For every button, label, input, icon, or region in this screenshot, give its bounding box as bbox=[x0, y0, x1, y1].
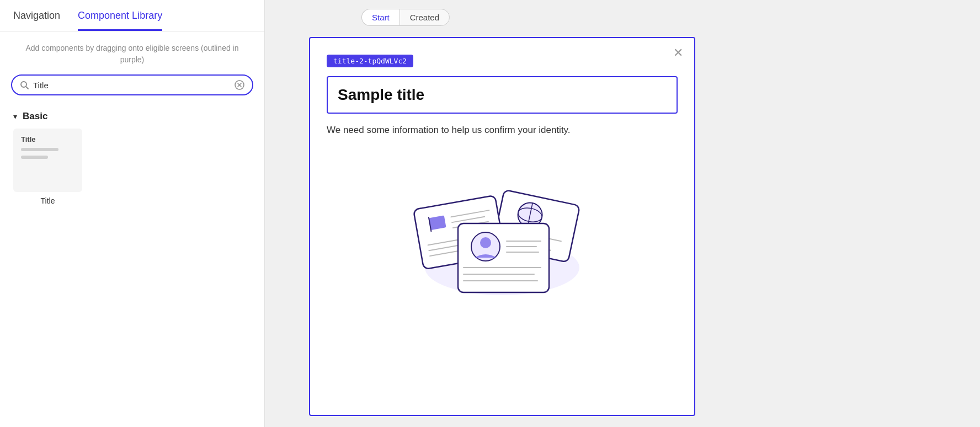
thumb-line-2 bbox=[21, 156, 48, 159]
component-id-text: title-2-tpQdWLVc2 bbox=[327, 55, 413, 67]
svg-line-1 bbox=[26, 87, 28, 89]
section-basic-label: Basic bbox=[23, 111, 47, 122]
panel-hint: Add components by dragging onto eligible… bbox=[0, 31, 264, 74]
close-button[interactable]: ✕ bbox=[673, 47, 683, 59]
svg-point-24 bbox=[480, 237, 491, 248]
thumb-title-text: Title bbox=[21, 135, 74, 143]
illustration-area bbox=[327, 146, 678, 301]
left-panel: Navigation Component Library Add compone… bbox=[0, 0, 265, 427]
title-input[interactable] bbox=[338, 86, 667, 104]
top-tab-created[interactable]: Created bbox=[400, 9, 450, 26]
search-icon bbox=[20, 81, 29, 89]
top-tab-start[interactable]: Start bbox=[361, 9, 400, 26]
component-id-badge: title-2-tpQdWLVc2 bbox=[327, 55, 678, 67]
chevron-down-icon[interactable]: ▾ bbox=[13, 112, 17, 121]
title-input-wrapper bbox=[327, 76, 678, 114]
section-basic-header: ▾ Basic bbox=[0, 106, 264, 129]
screen-frame: ✕ title-2-tpQdWLVc2 We need some informa… bbox=[309, 37, 695, 416]
svg-rect-22 bbox=[458, 223, 549, 292]
tabs-header: Navigation Component Library bbox=[0, 0, 264, 31]
thumb-line-1 bbox=[21, 148, 58, 151]
search-input[interactable] bbox=[33, 81, 230, 90]
search-bar bbox=[11, 74, 253, 95]
tab-component-library[interactable]: Component Library bbox=[78, 0, 162, 31]
canvas-area: ✕ title-2-tpQdWLVc2 We need some informa… bbox=[265, 26, 980, 427]
clear-search-icon[interactable] bbox=[235, 80, 244, 90]
body-text: We need some information to help us conf… bbox=[327, 122, 647, 137]
components-grid: Title Title bbox=[0, 129, 264, 205]
tab-navigation[interactable]: Navigation bbox=[13, 0, 60, 31]
title-component-label: Title bbox=[41, 196, 55, 205]
title-component-card[interactable]: Title Title bbox=[13, 129, 82, 205]
title-component-thumbnail: Title bbox=[13, 129, 82, 192]
identity-illustration bbox=[408, 157, 596, 301]
top-tabs: Start Created bbox=[265, 0, 980, 26]
right-panel: Start Created ✕ title-2-tpQdWLVc2 We nee… bbox=[265, 0, 980, 427]
